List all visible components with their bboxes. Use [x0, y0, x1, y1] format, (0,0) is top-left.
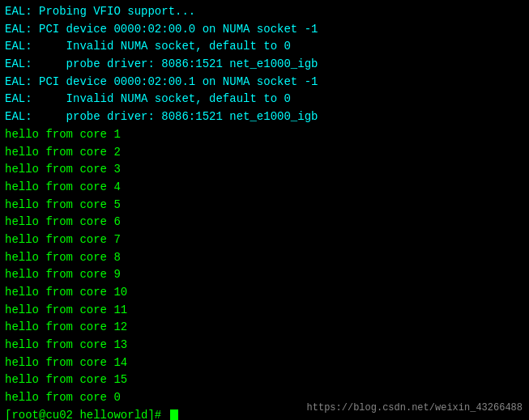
terminal-line: hello from core 6 — [5, 214, 524, 231]
terminal-line: hello from core 1 — [5, 126, 524, 144]
terminal-line: EAL: PCI device 0000:02:00.1 on NUMA soc… — [5, 74, 524, 91]
terminal-cursor — [170, 409, 178, 420]
terminal-line: hello from core 2 — [5, 144, 524, 162]
terminal-line: hello from core 10 — [5, 284, 524, 302]
terminal-line: hello from core 9 — [5, 266, 524, 284]
terminal-line: hello from core 3 — [5, 161, 524, 179]
terminal[interactable]: EAL: Probing VFIO support...EAL: PCI dev… — [0, 0, 529, 420]
terminal-line: hello from core 15 — [5, 371, 524, 389]
terminal-line: EAL: PCI device 0000:02:00.0 on NUMA soc… — [5, 21, 524, 39]
terminal-line: hello from core 5 — [5, 197, 524, 214]
terminal-line: hello from core 12 — [5, 319, 524, 337]
watermark: https://blog.csdn.net/weixin_43266488 — [307, 402, 523, 414]
terminal-line: EAL: Invalid NUMA socket, default to 0 — [5, 91, 524, 108]
terminal-line: hello from core 7 — [5, 231, 524, 249]
terminal-line: EAL: probe driver: 8086:1521 net_e1000_i… — [5, 56, 524, 74]
terminal-line: hello from core 11 — [5, 302, 524, 320]
terminal-line: hello from core 13 — [5, 337, 524, 354]
terminal-line: EAL: Probing VFIO support... — [5, 3, 524, 21]
terminal-line: hello from core 4 — [5, 179, 524, 197]
terminal-line: EAL: Invalid NUMA socket, default to 0 — [5, 38, 524, 56]
terminal-line: hello from core 8 — [5, 249, 524, 267]
terminal-line: hello from core 14 — [5, 354, 524, 372]
terminal-line: EAL: probe driver: 8086:1521 net_e1000_i… — [5, 108, 524, 126]
